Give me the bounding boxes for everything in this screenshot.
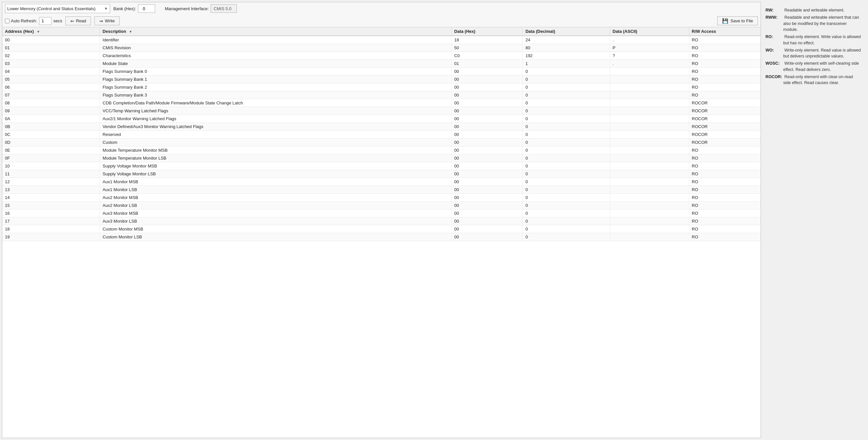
cell-data-hex: 00 — [452, 202, 523, 209]
table-row[interactable]: 12 Aux1 Monitor MSB 00 0 RO — [2, 178, 761, 186]
table-row[interactable]: 08 CDB Completion/Data Path/Module Firmw… — [2, 99, 761, 107]
table-row[interactable]: 0E Module Temperature Monitor MSB 00 0 R… — [2, 146, 761, 154]
table-row[interactable]: 16 Aux3 Monitor MSB 00 0 RO — [2, 209, 761, 217]
cell-address: 18 — [2, 225, 100, 233]
table-row[interactable]: 19 Custom Monitor LSB 00 0 RO — [2, 233, 761, 241]
save-to-file-button[interactable]: 💾 Save to File — [717, 16, 758, 25]
table-row[interactable]: 07 Flags Summary Bank 3 00 0 RO — [2, 91, 761, 99]
memory-select-arrow-icon: ▼ — [104, 7, 108, 10]
cell-data-ascii — [610, 131, 689, 139]
cell-description: Custom Monitor LSB — [100, 233, 452, 241]
cell-data-hex: 50 — [452, 44, 523, 52]
table-row[interactable]: 00 Identifier 18 24 . RO — [2, 36, 761, 44]
col-address-label: Address (Hex) — [5, 29, 34, 34]
cell-rw-access: RO — [689, 36, 761, 44]
legend-term: RO: — [766, 34, 783, 46]
table-row[interactable]: 04 Flags Summary Bank 0 00 0 RO — [2, 68, 761, 75]
cell-data-decimal: 0 — [523, 91, 610, 99]
table-row[interactable]: 10 Supply Voltage Monitor MSB 00 0 RO — [2, 162, 761, 170]
cell-data-ascii: . — [610, 36, 689, 44]
table-row[interactable]: 06 Flags Summary Bank 2 00 0 RO — [2, 83, 761, 91]
table-row[interactable]: 0C Reserved 00 0 ROCOR — [2, 131, 761, 139]
cell-description: Characteristics — [100, 52, 452, 60]
write-button[interactable]: ⇒ Write — [94, 16, 120, 25]
col-header-description[interactable]: Description ▼ — [100, 27, 452, 36]
cell-data-hex: 00 — [452, 186, 523, 194]
cell-rw-access: RO — [689, 217, 761, 225]
mgmt-value: CMIS 5.0 — [211, 4, 237, 13]
read-arrow-icon: ⇐ — [70, 19, 74, 24]
legend-item: ROCOR: Read-only element with clear-on-r… — [766, 74, 861, 87]
table-row[interactable]: 05 Flags Summary Bank 1 00 0 RO — [2, 75, 761, 83]
table-row[interactable]: 0A Aux2/1 Monitor Warning Latched Flags … — [2, 115, 761, 123]
bank-input[interactable] — [138, 4, 155, 13]
auto-refresh-checkbox[interactable] — [5, 19, 9, 23]
cell-address: 00 — [2, 36, 100, 44]
table-row[interactable]: 18 Custom Monitor MSB 00 0 RO — [2, 225, 761, 233]
cell-data-decimal: 0 — [523, 194, 610, 202]
cell-rw-access: RO — [689, 68, 761, 75]
table-row[interactable]: 0B Vendor Defined/Aux3 Monitor Warning L… — [2, 123, 761, 131]
cell-rw-access: RO — [689, 194, 761, 202]
cell-data-decimal: 0 — [523, 99, 610, 107]
cell-description: Module State — [100, 60, 452, 68]
main-container: Lower Memory (Control and Status Essenti… — [0, 0, 868, 440]
table-row[interactable]: 14 Aux2 Monitor MSB 00 0 RO — [2, 194, 761, 202]
cell-description: Module Temperature Monitor MSB — [100, 146, 452, 154]
write-arrow-icon: ⇒ — [99, 19, 103, 24]
auto-refresh-label: Auto Refresh: — [11, 19, 37, 23]
memory-select[interactable]: Lower Memory (Control and Status Essenti… — [5, 4, 110, 13]
cell-rw-access: RO — [689, 60, 761, 68]
cell-address: 0C — [2, 131, 100, 139]
description-filter-icon[interactable]: ▼ — [129, 30, 132, 33]
cell-description: Module Temperature Monitor LSB — [100, 154, 452, 162]
legend-term: ROCOR: — [766, 74, 783, 87]
legend-desc: Write-only element with self-clearing si… — [783, 60, 861, 73]
col-header-address[interactable]: Address (Hex) ▼ — [2, 27, 100, 36]
legend-desc: Read-only element with clear-on-read sid… — [783, 74, 861, 87]
col-header-data-ascii: Data (ASCII) — [610, 27, 689, 36]
cell-data-decimal: 192 — [523, 52, 610, 60]
cell-data-hex: 00 — [452, 131, 523, 139]
table-row[interactable]: 02 Characteristics C0 192 ? RO — [2, 52, 761, 60]
management-interface-section: Management Interface: CMIS 5.0 — [165, 4, 237, 13]
cell-description: Custom — [100, 139, 452, 146]
cell-data-decimal: 0 — [523, 202, 610, 209]
cell-rw-access: RO — [689, 52, 761, 60]
cell-data-decimal: 1 — [523, 60, 610, 68]
table-row[interactable]: 13 Aux1 Monitor LSB 00 0 RO — [2, 186, 761, 194]
cell-address: 02 — [2, 52, 100, 60]
cell-data-decimal: 0 — [523, 107, 610, 115]
table-row[interactable]: 11 Supply Voltage Monitor LSB 00 0 RO — [2, 170, 761, 178]
cell-data-ascii: ? — [610, 52, 689, 60]
legend-item: WO: Write-only element. Read value is al… — [766, 47, 861, 60]
table-row[interactable]: 17 Aux3 Monitor LSB 00 0 RO — [2, 217, 761, 225]
cell-description: Flags Summary Bank 0 — [100, 68, 452, 75]
auto-refresh-section: Auto Refresh: secs — [5, 17, 62, 25]
cell-data-decimal: 80 — [523, 44, 610, 52]
cell-rw-access: RO — [689, 44, 761, 52]
secs-input[interactable] — [39, 17, 52, 25]
table-row[interactable]: 15 Aux2 Monitor LSB 00 0 RO — [2, 202, 761, 209]
cell-rw-access: ROCOR — [689, 115, 761, 123]
table-row[interactable]: 0F Module Temperature Monitor LSB 00 0 R… — [2, 154, 761, 162]
cell-data-decimal: 0 — [523, 209, 610, 217]
cell-description: Aux2 Monitor LSB — [100, 202, 452, 209]
cell-data-decimal: 0 — [523, 75, 610, 83]
address-filter-icon[interactable]: ▼ — [37, 30, 40, 33]
table-row[interactable]: 0D Custom 00 0 ROCOR — [2, 139, 761, 146]
table-row[interactable]: 09 VCC/Temp Warning Latched Flags 00 0 R… — [2, 107, 761, 115]
table-row[interactable]: 03 Module State 01 1 . RO — [2, 60, 761, 68]
cell-data-hex: 00 — [452, 162, 523, 170]
table-wrapper[interactable]: Address (Hex) ▼ Description ▼ Data (Hex)… — [2, 27, 761, 438]
cell-rw-access: RO — [689, 75, 761, 83]
cell-address: 10 — [2, 162, 100, 170]
table-row[interactable]: 01 CMIS Revision 50 80 P RO — [2, 44, 761, 52]
read-button[interactable]: ⇐ Read — [65, 16, 91, 25]
cell-address: 07 — [2, 91, 100, 99]
cell-data-ascii — [610, 202, 689, 209]
cell-address: 11 — [2, 170, 100, 178]
cell-rw-access: ROCOR — [689, 123, 761, 131]
cell-address: 17 — [2, 217, 100, 225]
cell-rw-access: RO — [689, 162, 761, 170]
